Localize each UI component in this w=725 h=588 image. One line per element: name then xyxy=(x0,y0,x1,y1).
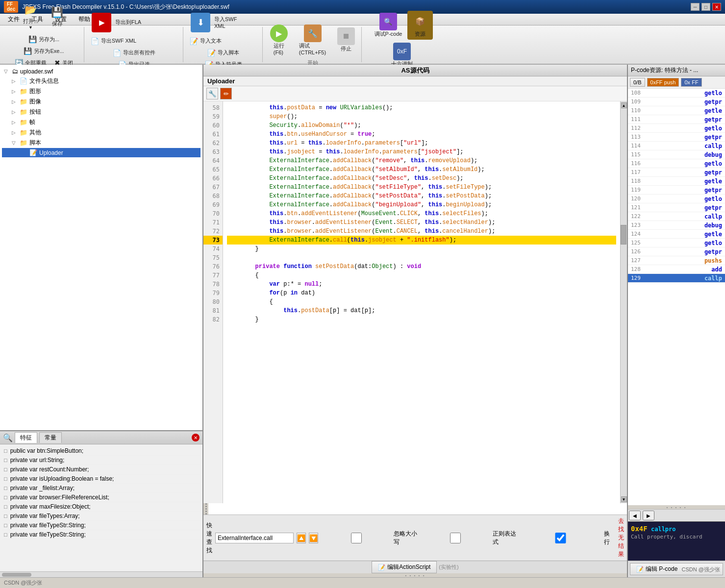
frames-expander[interactable]: ▷ xyxy=(12,120,20,125)
status-text: CSDN @强少张 xyxy=(4,579,42,587)
code-77: { xyxy=(227,271,616,280)
saveasexe-button[interactable]: 💾 另存为Exe... xyxy=(20,46,67,56)
save-label: 保存 xyxy=(52,20,63,27)
tree-item-scripts[interactable]: ▽ 📁 脚本 xyxy=(2,138,200,148)
pcode-110: 110getle xyxy=(628,106,725,115)
uploader-tab-label: Uploader xyxy=(207,77,235,85)
resources-button[interactable]: 📦 资源 xyxy=(407,11,433,40)
debug-button[interactable]: 🔧 调试(CTRL+F5) xyxy=(296,23,329,57)
importtext-button[interactable]: 📝 导入文本 xyxy=(186,36,225,47)
debugpcode-button[interactable]: 🔍 调试P-code xyxy=(371,11,406,40)
as-tool-pen[interactable]: ✏ xyxy=(220,88,232,99)
scripts-folder-icon: 📁 xyxy=(20,139,27,147)
pcode-btn-ff[interactable]: 0x FF xyxy=(681,78,701,87)
window-title: JPEXS Free Flash Decompiler v.15.1.0 - C… xyxy=(22,3,691,11)
tree-root[interactable]: ▽ 🗂 uploader.swf xyxy=(2,67,200,76)
pcode-content[interactable]: 108getlo 109getpr 110getle 111getpr 112g… xyxy=(628,89,725,505)
open-button[interactable]: 📂 打开... ▼ xyxy=(18,0,44,32)
code-71: this.browser.addEventListener(Event.SELE… xyxy=(227,218,616,227)
search-ignorecase-option[interactable]: 忽略大小写 xyxy=(321,530,417,546)
search-noresult-option[interactable]: 去找无结果 xyxy=(618,517,624,559)
exportswfxml-button[interactable]: 📄 导出SWF XML xyxy=(87,36,140,47)
shapes-expander[interactable]: ▷ xyxy=(12,89,20,94)
saveas-button[interactable]: 💾 另存为... xyxy=(25,34,63,45)
regex-checkbox[interactable] xyxy=(420,533,491,543)
tree-item-fileheader[interactable]: ▷ 📄 文件头信息 xyxy=(2,76,200,86)
exportswfxml-icon: 📄 xyxy=(91,37,99,45)
ln-71: 71 xyxy=(203,218,223,227)
importswfxml-button[interactable]: ⬇ 导入SWFXML xyxy=(186,10,260,35)
search-input[interactable] xyxy=(215,533,294,543)
tree-item-shapes[interactable]: ▷ 📁 图形 xyxy=(2,86,200,97)
tree-item-uploader[interactable]: 📝 Uploader xyxy=(2,148,200,157)
close-button[interactable]: ✕ xyxy=(712,3,721,11)
search-down-button[interactable]: 🔽 xyxy=(309,533,318,543)
vertical-resize-handle[interactable] xyxy=(203,503,208,514)
stop-button[interactable]: ⏹ 停止 xyxy=(333,23,359,57)
tab-constants[interactable]: 常量 xyxy=(39,432,62,443)
ln-67: 67 xyxy=(203,183,223,192)
replace-checkbox[interactable] xyxy=(519,533,602,543)
pcode-btn-0b[interactable]: 0/B xyxy=(630,78,645,87)
search-regex-option[interactable]: 正则表达式 xyxy=(420,530,516,546)
root-expander[interactable]: ▽ xyxy=(4,69,12,74)
save-button[interactable]: 💾 保存 xyxy=(45,0,70,32)
tree-item-other[interactable]: ▷ 📁 其他 xyxy=(2,127,200,138)
importscript-button[interactable]: 📝 导入脚本 xyxy=(204,48,243,58)
buttons-folder-icon: 📁 xyxy=(20,108,27,116)
prop-icon-7: □ xyxy=(4,513,7,519)
exportall-label: 导出所有控件 xyxy=(123,49,155,56)
images-expander[interactable]: ▷ xyxy=(12,99,20,104)
prop-text-hidden: private var fileTypeStr:String; xyxy=(10,531,86,538)
fileheader-expander[interactable]: ▷ xyxy=(12,78,20,84)
watermark: CSDN @强少张 xyxy=(682,566,720,573)
as-tool-wrench[interactable]: 🔧 xyxy=(206,88,218,99)
search-replace-option[interactable]: 换行 xyxy=(519,530,615,546)
code-content[interactable]: this.postData = new URLVariables(); supe… xyxy=(223,101,620,503)
search-up-button[interactable]: 🔼 xyxy=(297,533,306,543)
importscript-label: 导入脚本 xyxy=(218,49,239,56)
prop-icon-8: □ xyxy=(4,522,7,528)
code-60: Security.allowDomain("*"); xyxy=(227,121,616,130)
as-scrollbar[interactable]: ▲ ▼ xyxy=(620,101,627,503)
search-label: 快速查找 xyxy=(206,521,212,555)
prop-text-0: public var btn:SimpleButton; xyxy=(10,447,83,454)
scripts-expander[interactable]: ▽ xyxy=(12,140,20,146)
pcode-btn-push[interactable]: 0xFF push xyxy=(647,78,679,87)
code-80: { xyxy=(227,297,616,306)
tree-item-frames[interactable]: ▷ 📁 帧 xyxy=(2,117,200,127)
minimize-button[interactable]: ─ xyxy=(691,3,700,11)
pcode-118: 118getle xyxy=(628,177,725,186)
ln-64: 64 xyxy=(203,156,223,165)
prop-7: □ private var fileTypes:Array; xyxy=(2,512,200,521)
pcode-129[interactable]: 129 callp xyxy=(628,274,725,283)
ln-74: 74 xyxy=(203,245,223,253)
edit-as-button[interactable]: 📝 编辑ActionScript xyxy=(372,561,437,573)
bottom-left-header: 🔍 特征 常量 ✕ xyxy=(0,431,202,444)
code-78: var p:* = null; xyxy=(227,280,616,289)
buttons-expander[interactable]: ▷ xyxy=(12,109,20,115)
tree-item-buttons[interactable]: ▷ 📁 按钮 xyxy=(2,107,200,117)
tab-features[interactable]: 特征 xyxy=(15,432,37,443)
exportfla-button[interactable]: ▶ 导出到FLA xyxy=(87,10,181,35)
close-bottom-panel-button[interactable]: ✕ xyxy=(192,434,200,441)
pcode-scroll-left[interactable]: ◀ xyxy=(629,511,641,520)
importtext-label: 导入文本 xyxy=(200,37,222,45)
ln-79: 79 xyxy=(203,289,223,297)
prop-icon-hidden: □ xyxy=(4,532,7,538)
pcode-scroll-right[interactable]: ▶ xyxy=(643,511,654,520)
logo-bottom: dec xyxy=(7,7,15,12)
resources-label: 资源 xyxy=(415,30,425,38)
run-button[interactable]: ▶ 运行(F6) xyxy=(266,23,292,57)
tree-item-images[interactable]: ▷ 📁 图像 xyxy=(2,97,200,107)
ignorecase-checkbox[interactable] xyxy=(321,533,392,543)
code-69: ExternalInterface.addCallback("beginUplo… xyxy=(227,200,616,209)
exportallcontrols-button[interactable]: 📄 导出所有控件 xyxy=(109,48,159,58)
maximize-button[interactable]: □ xyxy=(701,3,710,11)
uploader-code-tab[interactable]: Uploader xyxy=(203,76,627,86)
other-expander[interactable]: ▷ xyxy=(12,130,20,135)
saveasexe-icon: 💾 xyxy=(24,47,32,55)
prop-icon-2: □ xyxy=(4,466,7,472)
pcode-109: 109getpr xyxy=(628,98,725,106)
ln-65: 65 xyxy=(203,165,223,174)
